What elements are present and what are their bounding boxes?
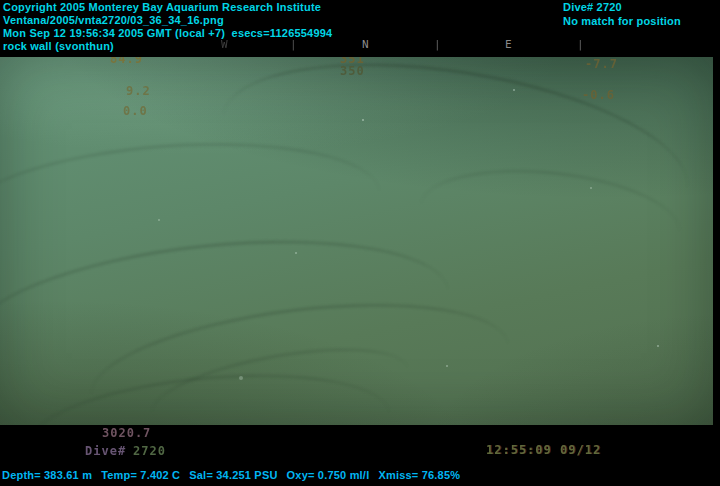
video-dive-number: 2720 <box>133 444 166 458</box>
oxygen-readout: Oxy= 0.750 ml/l <box>287 469 370 481</box>
telemetry-pitch-value: -7.7 <box>585 57 618 71</box>
compass-east-label: E <box>505 38 512 51</box>
compass-tick-icon: | <box>290 38 297 51</box>
video-timecode-stamp: 12:55:09 09/12 <box>486 443 601 457</box>
ctd-status-bar: Depth= 383.61 m Temp= 7.402 C Sal= 34.25… <box>2 469 460 481</box>
compass-north-label: N <box>362 38 369 51</box>
telemetry-roll-value: -0.6 <box>582 88 615 102</box>
telemetry-left-value-1: 9.2 <box>126 84 151 98</box>
temp-readout: Temp= 7.402 C <box>101 469 180 481</box>
compass-west-label: W <box>221 38 228 51</box>
dive-number-label: Dive# 2720 <box>563 1 622 13</box>
compass-tick-icon: | <box>577 38 584 51</box>
telemetry-top-left-value: 84.9 <box>110 57 143 66</box>
position-status-label: No match for position <box>563 15 681 27</box>
telemetry-heading-secondary: 350 <box>340 64 365 78</box>
salinity-readout: Sal= 34.251 PSU <box>189 469 277 481</box>
transmissivity-readout: Xmiss= 76.85% <box>378 469 460 481</box>
file-path-line: Ventana/2005/vnta2720/03_36_34_16.png <box>3 14 224 26</box>
compass-tick-icon: | <box>434 38 441 51</box>
copyright-line: Copyright 2005 Monterey Bay Aquarium Res… <box>3 1 321 13</box>
annotation-label: rock wall (svonthun) <box>3 40 114 52</box>
depth-readout: Depth= 383.61 m <box>2 469 92 481</box>
timestamp-line: Mon Sep 12 19:56:34 2005 GMT (local +7) … <box>3 27 332 39</box>
underwater-video-frame: 84.9 351 350 -7.7 -0.6 9.2 0.0 <box>0 57 713 425</box>
annotation-viewer-window: Copyright 2005 Monterey Bay Aquarium Res… <box>0 0 720 486</box>
telemetry-bottom-left-value: 3020.7 <box>102 426 151 440</box>
telemetry-left-value-2: 0.0 <box>123 104 148 118</box>
video-dive-word: Dive# <box>85 444 126 458</box>
